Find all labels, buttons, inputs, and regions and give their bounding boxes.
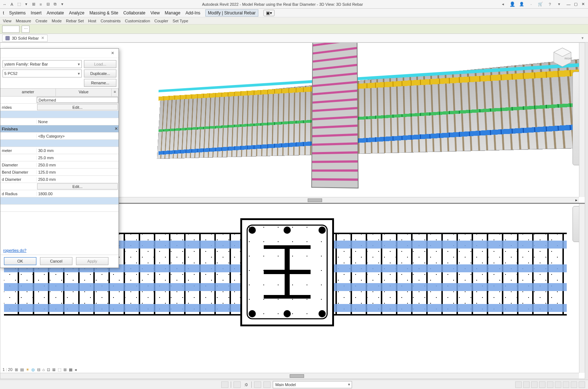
value-cell[interactable]: 30.0 mm	[36, 148, 119, 153]
value-cell[interactable]: 25.0 mm	[36, 156, 119, 160]
view-tab-close-icon[interactable]: ✕	[41, 36, 44, 40]
vc2-icon-12[interactable]: ◂	[75, 367, 77, 372]
view-cube[interactable]: RIGHT	[551, 45, 574, 70]
vc2-icon-3[interactable]: ✳	[26, 367, 29, 372]
type-selector[interactable]: 5 PC52	[3, 70, 82, 77]
scroll-right-icon[interactable]: ▸	[575, 198, 578, 202]
status-tool-1[interactable]	[221, 381, 228, 388]
dialog-close-icon[interactable]: ✕	[109, 50, 116, 57]
sr-tool-6[interactable]	[555, 381, 561, 388]
apply-button[interactable]: Apply	[76, 257, 108, 265]
sr-tool-4[interactable]	[539, 381, 545, 388]
dropdown4-icon[interactable]: ▾	[556, 1, 562, 7]
vc2-icon-8[interactable]: ⊠	[52, 367, 55, 372]
grid-row[interactable]: <By Category>	[0, 133, 119, 140]
grid-icon[interactable]: ⊟	[45, 2, 50, 7]
sr-tool-7[interactable]	[563, 381, 569, 388]
vc2-icon-2[interactable]: ▤	[20, 367, 24, 372]
sr-tool-9[interactable]	[579, 381, 585, 388]
scroll-thumb-3d[interactable]	[308, 198, 322, 202]
sr-tool-2[interactable]	[523, 381, 530, 388]
grid-row[interactable]: rridesEdit...	[0, 104, 119, 111]
value-cell[interactable]: Deformed	[37, 97, 118, 103]
search-icon[interactable]: 👤	[509, 1, 515, 7]
vc2-icon-5[interactable]: ⊟	[37, 367, 40, 372]
grid-row[interactable]	[0, 197, 119, 205]
cube-icon[interactable]: ⬚	[17, 2, 22, 7]
grid-row[interactable]	[0, 111, 119, 118]
scrollbar-vertical-3d[interactable]	[579, 43, 585, 197]
grid-row[interactable]	[0, 205, 119, 212]
header-pin-icon[interactable]: =	[112, 89, 119, 96]
cart-icon[interactable]: 🛒	[538, 1, 543, 7]
grid-row[interactable]: None	[0, 118, 119, 125]
sr-tool-1[interactable]	[515, 381, 522, 388]
menu-insert[interactable]: Insert	[31, 10, 41, 15]
grid-row[interactable]: Diameter250.0 mm	[0, 161, 119, 169]
split-icon[interactable]: ⧉	[53, 2, 58, 7]
menu-modify[interactable]: Modify | Structural Rebar	[205, 9, 258, 17]
value-cell[interactable]: 250.0 mm	[36, 163, 119, 167]
minimize-button[interactable]: —	[566, 1, 571, 7]
user-icon[interactable]: 👤	[519, 1, 525, 7]
menu-addins[interactable]: Add-Ins	[186, 10, 200, 15]
grid-row[interactable]	[0, 140, 119, 147]
value-cell[interactable]: 250.0 mm	[36, 177, 119, 182]
help-icon[interactable]: ?	[547, 1, 553, 7]
family-selector[interactable]: ystem Family: Rebar Bar	[3, 60, 82, 68]
scroll-thumb-2d[interactable]	[290, 374, 304, 378]
value-cell[interactable]: None	[36, 120, 119, 124]
vc2-icon-7[interactable]: ⊡	[47, 367, 50, 372]
ok-button[interactable]: OK	[4, 257, 36, 265]
view-scale[interactable]: 1 : 20	[3, 367, 13, 372]
view-tabs-overflow-icon[interactable]: ▾	[582, 36, 586, 40]
menu-manage[interactable]: Manage	[165, 10, 180, 15]
value-cell[interactable]: <By Category>	[36, 134, 119, 138]
close-button[interactable]: ✕	[580, 1, 586, 7]
load-button[interactable]: Load...	[84, 60, 116, 68]
value-cell[interactable]: 125.0 mm	[36, 170, 119, 174]
section-icon[interactable]: ⊞	[31, 2, 36, 7]
vc2-icon-9[interactable]: ⬚	[58, 367, 61, 372]
options-combo[interactable]	[2, 26, 19, 33]
measure-icon[interactable]: ↔	[2, 2, 7, 7]
menu-annotate[interactable]: Annotate	[46, 10, 64, 15]
grid-row[interactable]: meter30.0 mm	[0, 147, 119, 154]
properties-help-link[interactable]: roperties do?	[0, 246, 119, 255]
menu-massing[interactable]: Massing & Site	[89, 10, 118, 15]
status-tool-2[interactable]	[233, 381, 241, 388]
grid-row[interactable]: Edit...	[0, 183, 119, 190]
value-cell[interactable]: 1800.00	[36, 192, 119, 196]
menu-collaborate[interactable]: Collaborate	[123, 10, 145, 15]
grid-row[interactable]: Deformed	[0, 97, 119, 104]
scrollbar-horizontal-2d[interactable]	[0, 373, 579, 379]
status-tool-3[interactable]	[254, 381, 261, 388]
edit-button-cell[interactable]: Edit...	[37, 183, 118, 189]
menu-systems[interactable]: Systems	[9, 10, 26, 15]
cancel-button[interactable]: Cancel	[40, 257, 72, 265]
sr-tool-8[interactable]	[571, 381, 577, 388]
vc2-icon-11[interactable]: ▦	[69, 367, 72, 372]
vc2-icon-1[interactable]: ⊞	[15, 367, 18, 372]
menu-analyze[interactable]: Analyze	[69, 10, 84, 15]
vc2-icon-4[interactable]: ◎	[31, 367, 35, 372]
menu-view[interactable]: View	[151, 10, 160, 15]
menu-t[interactable]: t	[3, 10, 4, 15]
sr-tool-5[interactable]	[547, 381, 553, 388]
align-icon[interactable]: ≡	[38, 2, 43, 7]
workset-selector[interactable]: Main Model	[273, 381, 352, 388]
options-button[interactable]: ⋯	[22, 26, 30, 33]
grid-row[interactable]: d Diameter250.0 mm	[0, 176, 119, 183]
grid-row[interactable]: d Radius1800.00	[0, 190, 119, 197]
text-a-icon[interactable]: A	[9, 2, 14, 7]
edit-button-cell[interactable]: Edit...	[37, 104, 118, 110]
expand-icon[interactable]: ✕	[113, 126, 119, 131]
restore-button[interactable]: ▢	[573, 1, 579, 7]
vc2-icon-10[interactable]: ⊞	[63, 367, 67, 372]
dropdown2-icon[interactable]: ▾	[60, 2, 65, 7]
status-tool-4[interactable]	[263, 381, 271, 388]
rename-button[interactable]: Rename...	[84, 79, 116, 87]
dropdown-icon[interactable]: ▾	[24, 2, 29, 7]
vc2-icon-6[interactable]: ⌂	[43, 367, 45, 372]
menu-overflow-icon[interactable]: ▣▾	[263, 10, 275, 16]
